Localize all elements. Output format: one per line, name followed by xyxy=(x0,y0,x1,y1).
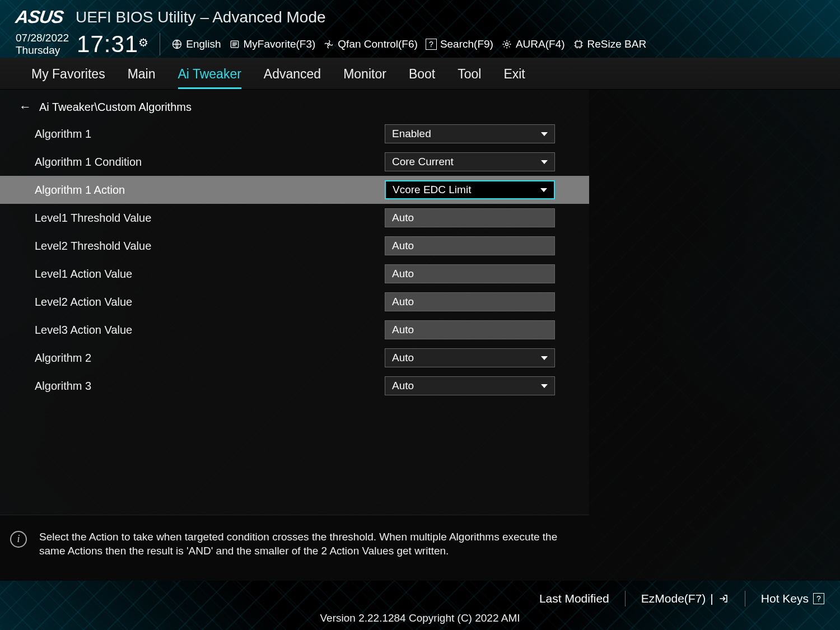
time-text: 17:31 xyxy=(77,31,138,57)
chevron-down-icon xyxy=(541,356,548,360)
tab-monitor[interactable]: Monitor xyxy=(343,67,386,89)
setting-value: Vcore EDC Limit xyxy=(393,184,471,196)
setting-label: Level1 Threshold Value xyxy=(35,212,385,225)
setting-select[interactable]: Auto xyxy=(385,348,555,367)
svg-point-3 xyxy=(505,43,508,46)
day-text: Thursday xyxy=(16,44,69,57)
setting-row[interactable]: Algorithm 3Auto xyxy=(0,372,589,400)
breadcrumb: ← Ai Tweaker\Custom Algorithms xyxy=(0,90,589,120)
setting-select[interactable]: Vcore EDC Limit xyxy=(385,180,555,199)
setting-select[interactable]: Enabled xyxy=(385,124,555,143)
qfan-label: Qfan Control(F6) xyxy=(338,38,418,50)
ezmode-button[interactable]: EzMode(F7) | xyxy=(641,592,729,605)
search-button[interactable]: ? Search(F9) xyxy=(426,38,493,50)
language-label: English xyxy=(186,38,221,50)
resizebar-label: ReSize BAR xyxy=(587,38,647,50)
ezmode-label: EzMode(F7) xyxy=(641,592,706,605)
info-icon: i xyxy=(10,531,27,548)
setting-row[interactable]: Algorithm 1 ConditionCore Current xyxy=(0,148,589,176)
setting-row[interactable]: Level1 Threshold ValueAuto xyxy=(0,204,589,232)
setting-input[interactable]: Auto xyxy=(385,320,555,339)
setting-value: Auto xyxy=(392,380,414,392)
myfavorite-label: MyFavorite(F3) xyxy=(244,38,316,50)
chip-icon xyxy=(573,39,584,50)
globe-icon xyxy=(171,39,183,50)
setting-select[interactable]: Auto xyxy=(385,376,555,395)
header: ASUS UEFI BIOS Utility – Advanced Mode 0… xyxy=(0,0,840,58)
setting-row[interactable]: Algorithm 1Enabled xyxy=(0,120,589,148)
chevron-down-icon xyxy=(541,160,548,164)
setting-row[interactable]: Level3 Action ValueAuto xyxy=(0,316,589,344)
setting-input[interactable]: Auto xyxy=(385,264,555,283)
setting-input[interactable]: Auto xyxy=(385,208,555,227)
setting-label: Algorithm 1 xyxy=(35,128,385,141)
qfan-button[interactable]: Qfan Control(F6) xyxy=(323,38,418,50)
time-display: 17:31⚙ xyxy=(77,31,148,58)
chevron-down-icon xyxy=(541,132,548,136)
resizebar-button[interactable]: ReSize BAR xyxy=(573,38,647,50)
setting-select[interactable]: Core Current xyxy=(385,152,555,171)
help-text: Select the Action to take when targeted … xyxy=(39,530,577,558)
aura-label: AURA(F4) xyxy=(516,38,565,50)
search-label: Search(F9) xyxy=(440,38,493,50)
svg-rect-4 xyxy=(576,41,581,47)
setting-label: Level3 Action Value xyxy=(35,324,385,337)
list-icon xyxy=(229,39,240,50)
setting-label: Algorithm 1 Action xyxy=(35,184,385,197)
brand-logo: ASUS xyxy=(14,7,64,27)
date-text: 07/28/2022 xyxy=(16,32,69,44)
setting-input[interactable]: Auto xyxy=(385,292,555,311)
hotkeys-label: Hot Keys xyxy=(761,592,809,605)
setting-row[interactable]: Level2 Action ValueAuto xyxy=(0,288,589,316)
footer: Last Modified EzMode(F7) | Hot Keys ? Ve… xyxy=(0,581,840,630)
hotkeys-button[interactable]: Hot Keys ? xyxy=(761,592,824,605)
language-button[interactable]: English xyxy=(171,38,221,50)
tab-ai-tweaker[interactable]: Ai Tweaker xyxy=(178,67,241,89)
tab-my-favorites[interactable]: My Favorites xyxy=(31,67,105,89)
chevron-down-icon xyxy=(541,384,548,388)
divider xyxy=(625,591,626,606)
question-icon: ? xyxy=(426,39,437,50)
question-icon: ? xyxy=(813,593,824,604)
setting-value: Enabled xyxy=(392,128,431,140)
aura-button[interactable]: AURA(F4) xyxy=(501,38,565,50)
myfavorite-button[interactable]: MyFavorite(F3) xyxy=(229,38,316,50)
date-block: 07/28/2022 Thursday xyxy=(16,32,69,57)
setting-label: Level1 Action Value xyxy=(35,268,385,281)
setting-label: Algorithm 1 Condition xyxy=(35,156,385,169)
main-panel: ← Ai Tweaker\Custom Algorithms Algorithm… xyxy=(0,90,589,581)
app-title: UEFI BIOS Utility – Advanced Mode xyxy=(76,8,326,26)
side-panel xyxy=(589,90,840,581)
setting-input[interactable]: Auto xyxy=(385,236,555,255)
setting-row[interactable]: Algorithm 1 ActionVcore EDC Limit xyxy=(0,176,589,204)
divider xyxy=(745,591,745,606)
setting-label: Algorithm 2 xyxy=(35,352,385,365)
settings-list: Algorithm 1EnabledAlgorithm 1 ConditionC… xyxy=(0,120,589,515)
tab-boot[interactable]: Boot xyxy=(409,67,435,89)
sun-icon xyxy=(501,39,512,50)
exit-icon xyxy=(718,593,729,604)
fan-icon xyxy=(323,39,334,50)
setting-label: Level2 Action Value xyxy=(35,296,385,309)
divider: | xyxy=(710,592,713,605)
setting-value: Auto xyxy=(392,352,414,364)
breadcrumb-text: Ai Tweaker\Custom Algorithms xyxy=(39,101,192,114)
tab-tool[interactable]: Tool xyxy=(458,67,481,89)
back-arrow-icon[interactable]: ← xyxy=(19,100,31,114)
last-modified-button[interactable]: Last Modified xyxy=(539,592,609,605)
setting-row[interactable]: Level2 Threshold ValueAuto xyxy=(0,232,589,260)
last-modified-label: Last Modified xyxy=(539,592,609,605)
setting-label: Algorithm 3 xyxy=(35,380,385,393)
chevron-down-icon xyxy=(540,188,547,192)
tab-advanced[interactable]: Advanced xyxy=(264,67,321,89)
svg-point-2 xyxy=(328,43,330,45)
setting-value: Core Current xyxy=(392,156,454,168)
tab-main[interactable]: Main xyxy=(128,67,156,89)
setting-row[interactable]: Algorithm 2Auto xyxy=(0,344,589,372)
tab-exit[interactable]: Exit xyxy=(503,67,525,89)
main-tabs: My FavoritesMainAi TweakerAdvancedMonito… xyxy=(0,58,840,90)
setting-row[interactable]: Level1 Action ValueAuto xyxy=(0,260,589,288)
copyright-text: Version 2.22.1284 Copyright (C) 2022 AMI xyxy=(16,612,824,624)
setting-label: Level2 Threshold Value xyxy=(35,240,385,253)
gear-icon[interactable]: ⚙ xyxy=(138,36,148,49)
